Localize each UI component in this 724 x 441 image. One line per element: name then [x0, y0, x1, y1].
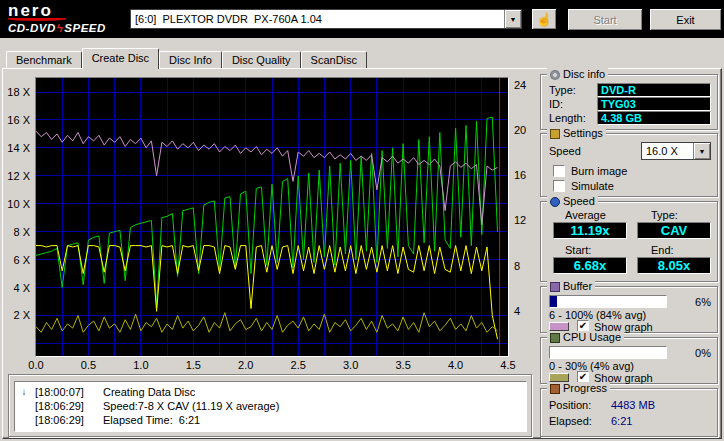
log-row: ↓ [18:00:07] Creating Data Disc	[15, 385, 526, 399]
tab-create-disc[interactable]: Create Disc	[82, 48, 159, 69]
left-axis-tick: 14 X	[7, 142, 30, 154]
buffer-title: Buffer	[563, 280, 592, 293]
cpu-range-text: 0 - 30% (4% avg)	[549, 360, 634, 372]
log-time: [18:06:29]	[35, 399, 84, 413]
arrow-glyph: ▼	[510, 16, 517, 23]
nero-logo: nero CD-DVDϟSPEED	[8, 1, 106, 34]
right-axis-tick: 16	[514, 169, 526, 181]
buffer-group: Buffer 6% 6 - 100% (84% avg) ✔ Show grap…	[540, 286, 718, 333]
start-button[interactable]: Start	[567, 8, 643, 31]
right-axis-tick: 8	[514, 260, 520, 272]
start-speed-value: 6.68x	[553, 257, 627, 274]
position-value: 4483 MB	[611, 399, 655, 411]
disc-type-label: Type:	[549, 84, 576, 96]
log-group: ↓ [18:00:07] Creating Data Disc [18:06:2…	[8, 374, 532, 437]
left-axis-tick: 2 X	[13, 309, 30, 321]
disc-info-group: Disc info Type: DVD-R ID: TYG03 Length: …	[540, 74, 718, 130]
settings-title: Settings	[563, 127, 603, 140]
buffer-icon	[550, 282, 560, 292]
brand-cd-dvd: CD-DVD	[8, 22, 56, 34]
burn-image-checkbox[interactable]	[553, 165, 565, 177]
average-speed-value: 11.19x	[553, 222, 627, 239]
tab-disc-info[interactable]: Disc Info	[159, 51, 222, 68]
end-speed-value: 8.05x	[637, 257, 711, 274]
left-axis-tick: 12 X	[7, 170, 30, 182]
tab-scandisc[interactable]: ScanDisc	[301, 51, 367, 68]
buffer-range-text: 6 - 100% (84% avg)	[549, 309, 646, 321]
log-text: Creating Data Disc	[103, 385, 195, 399]
log-row: [18:06:29] Speed:7-8 X CAV (11.19 X aver…	[15, 399, 526, 413]
tab-disc-quality[interactable]: Disc Quality	[222, 51, 301, 68]
disc-id-label: ID:	[549, 98, 563, 110]
checkmark: ✔	[579, 320, 587, 331]
speed-chart-svg	[36, 78, 508, 356]
left-axis-tick: 16 X	[7, 114, 30, 126]
right-axis-tick: 20	[514, 124, 526, 136]
x-axis-tick: 1.0	[127, 359, 155, 371]
log-row: [18:06:29] Elapsed Time: 6:21	[15, 413, 526, 427]
position-label: Position:	[549, 399, 591, 411]
disc-length-label: Length:	[549, 112, 586, 124]
buffer-progress-fill	[550, 296, 557, 307]
settings-icon	[550, 129, 560, 139]
log-list[interactable]: ↓ [18:00:07] Creating Data Disc [18:06:2…	[14, 381, 527, 432]
x-axis-tick: 0.0	[22, 359, 50, 371]
simulate-label: Simulate	[571, 180, 614, 192]
cpu-title: CPU Usage	[563, 331, 621, 344]
cpu-group: CPU Usage 0% 0 - 30% (4% avg) ✔ Show gra…	[540, 337, 718, 384]
speed-chart	[35, 77, 509, 357]
buffer-color-swatch	[549, 322, 569, 331]
start-speed-label: Start:	[565, 244, 591, 256]
hand-icon: ☝	[536, 12, 552, 27]
speedometer-icon	[550, 197, 560, 207]
write-speed-select[interactable]: 16.0 X ▼	[641, 142, 711, 160]
header-bar: nero CD-DVDϟSPEED [6:0] PLEXTOR DVDR PX-…	[0, 0, 724, 38]
x-axis-tick: 4.5	[494, 359, 522, 371]
x-axis-tick: 3.5	[389, 359, 417, 371]
speed-title: Speed	[563, 195, 595, 208]
speed-dropdown-arrow-icon[interactable]: ▼	[693, 143, 710, 159]
type-label: Type:	[651, 209, 678, 221]
cpu-icon	[550, 333, 560, 343]
speed-group: Speed Average Type: 11.19x CAV Start: En…	[540, 201, 718, 282]
right-axis-tick: 4	[514, 305, 520, 317]
progress-group: Progress Position: 4483 MB Elapsed: 6:21	[540, 388, 718, 437]
log-text: Elapsed Time: 6:21	[103, 413, 200, 427]
write-speed-label: Speed	[549, 145, 581, 157]
log-text: Speed:7-8 X CAV (11.19 X average)	[103, 399, 279, 413]
left-axis: 2 X4 X6 X8 X10 X12 X14 X16 X18 X	[0, 78, 33, 356]
settings-group: Settings Speed 16.0 X ▼ Burn image Simul…	[540, 133, 718, 197]
right-axis-tick: 24	[514, 79, 526, 91]
dropdown-arrow-icon[interactable]: ▼	[504, 10, 521, 28]
burn-image-label: Burn image	[571, 165, 627, 177]
hand-tool-button[interactable]: ☝	[531, 8, 557, 30]
cpu-progress-bar	[549, 346, 667, 359]
app-window: nero CD-DVDϟSPEED [6:0] PLEXTOR DVDR PX-…	[0, 0, 724, 441]
buffer-percent: 6%	[671, 296, 711, 308]
left-axis-tick: 10 X	[7, 198, 30, 210]
log-time: [18:00:07]	[35, 385, 84, 399]
x-axis-tick: 2.0	[232, 359, 260, 371]
x-axis: 0.00.51.01.52.02.53.03.54.04.5	[36, 359, 508, 372]
simulate-checkbox[interactable]	[553, 180, 565, 192]
tab-benchmark[interactable]: Benchmark	[6, 51, 82, 68]
disc-length-value: 4.38 GB	[597, 111, 711, 125]
x-axis-tick: 3.0	[337, 359, 365, 371]
drive-selector[interactable]: [6:0] PLEXTOR DVDR PX-760A 1.04 ▼	[130, 9, 522, 29]
x-axis-tick: 2.5	[284, 359, 312, 371]
write-speed-value: 16.0 X	[642, 145, 693, 157]
tab-bar: Benchmark Create Disc Disc Info Disc Qua…	[6, 48, 367, 68]
elapsed-label: Elapsed:	[549, 415, 592, 427]
end-speed-label: End:	[651, 244, 674, 256]
brand-speed: SPEED	[64, 22, 106, 34]
disc-type-value: DVD-R	[597, 83, 711, 97]
left-axis-tick: 4 X	[13, 282, 30, 294]
right-axis: 4812162024	[511, 78, 535, 356]
x-axis-tick: 0.5	[74, 359, 102, 371]
elapsed-value: 6:21	[611, 415, 632, 427]
buffer-progress-bar	[549, 295, 667, 308]
exit-button[interactable]: Exit	[649, 8, 722, 31]
left-axis-tick: 18 X	[7, 86, 30, 98]
drive-selector-value: [6:0] PLEXTOR DVDR PX-760A 1.04	[131, 13, 504, 25]
progress-title: Progress	[563, 382, 607, 395]
